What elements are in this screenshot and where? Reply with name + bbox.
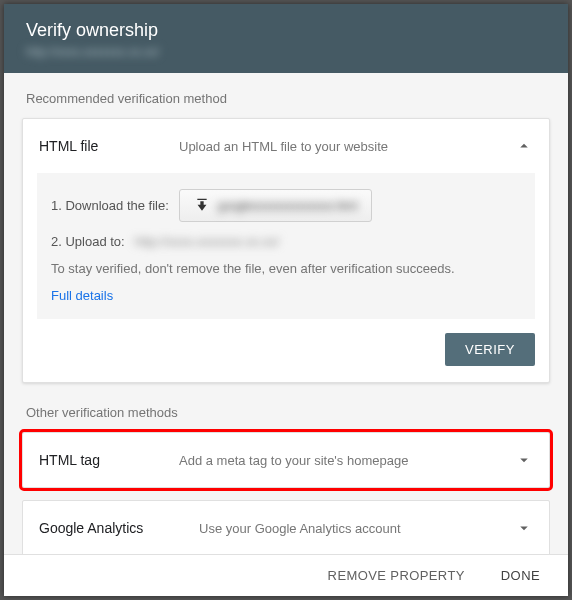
method-title: HTML file <box>39 138 179 154</box>
method-title: Google Analytics <box>39 520 199 536</box>
method-header-html-file[interactable]: HTML file Upload an HTML file to your we… <box>23 119 549 173</box>
download-icon <box>194 196 210 215</box>
verify-button[interactable]: VERIFY <box>445 333 535 366</box>
step1-label: 1. Download the file: <box>51 198 169 213</box>
method-desc: Add a meta tag to your site's homepage <box>179 453 515 468</box>
chevron-up-icon <box>515 137 533 155</box>
remove-property-button[interactable]: REMOVE PROPERTY <box>322 567 471 584</box>
recommended-section-label: Recommended verification method <box>26 91 546 106</box>
method-desc: Upload an HTML file to your website <box>179 139 515 154</box>
done-button[interactable]: DONE <box>495 567 546 584</box>
method-header-google-analytics[interactable]: Google Analytics Use your Google Analyti… <box>23 501 549 554</box>
step-upload: 2. Upload to: http://xxxx.xxxxxxx.xx.xx/ <box>51 234 521 249</box>
upload-target: http://xxxx.xxxxxxx.xx.xx/ <box>135 234 279 249</box>
property-url: http://xxxx.xxxxxxx.xx.xx/ <box>26 45 196 59</box>
step-download: 1. Download the file: googlexxxxxxxxxxxx… <box>51 189 521 222</box>
method-desc: Use your Google Analytics account <box>199 521 515 536</box>
method-card-html-file: HTML file Upload an HTML file to your we… <box>22 118 550 383</box>
verify-note: To stay verified, don't remove the file,… <box>51 261 521 276</box>
method-actions: VERIFY <box>23 333 549 382</box>
method-title: HTML tag <box>39 452 179 468</box>
other-section-label: Other verification methods <box>26 405 546 420</box>
method-card-html-tag: HTML tag Add a meta tag to your site's h… <box>22 432 550 488</box>
download-filename: googlexxxxxxxxxxxxxxx.html <box>218 199 357 213</box>
step2-label: 2. Upload to: <box>51 234 125 249</box>
dialog-content[interactable]: Recommended verification method HTML fil… <box>4 73 568 554</box>
method-card-google-analytics: Google Analytics Use your Google Analyti… <box>22 500 550 554</box>
dialog-footer: REMOVE PROPERTY DONE <box>4 554 568 596</box>
chevron-down-icon <box>515 519 533 537</box>
chevron-down-icon <box>515 451 533 469</box>
method-body: 1. Download the file: googlexxxxxxxxxxxx… <box>37 173 535 319</box>
method-header-html-tag[interactable]: HTML tag Add a meta tag to your site's h… <box>23 433 549 487</box>
full-details-link[interactable]: Full details <box>51 288 113 303</box>
download-file-button[interactable]: googlexxxxxxxxxxxxxxx.html <box>179 189 372 222</box>
dialog-title: Verify ownership <box>26 20 546 41</box>
dialog-frame: Verify ownership http://xxxx.xxxxxxx.xx.… <box>4 4 568 596</box>
dialog-header: Verify ownership http://xxxx.xxxxxxx.xx.… <box>4 4 568 73</box>
